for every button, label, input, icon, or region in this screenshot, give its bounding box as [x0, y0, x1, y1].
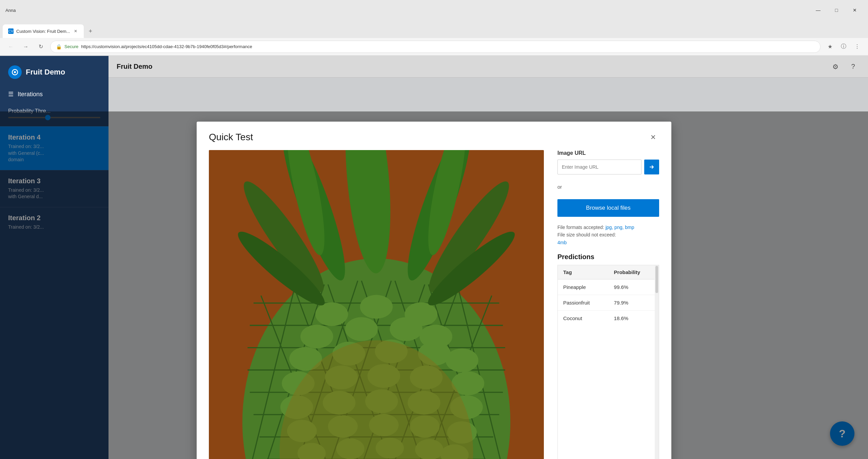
help-topbar-button[interactable]: ?	[846, 60, 860, 74]
minimize-button[interactable]: —	[810, 5, 826, 16]
browse-local-files-button[interactable]: Browse local files	[557, 199, 659, 217]
title-bar: Anna — □ ✕	[0, 0, 868, 20]
app-container: Fruit Demo ☰ Iterations Probability Thre…	[0, 56, 868, 459]
modal-title: Quick Test	[209, 132, 253, 143]
app-logo	[8, 65, 22, 79]
tag-column-header: Tag	[558, 265, 609, 279]
prediction-row-coconut: Coconut 18.6%	[558, 311, 659, 326]
window-controls: — □ ✕	[810, 5, 863, 16]
more-button[interactable]: ⋮	[852, 41, 863, 52]
modal-header: Quick Test ✕	[197, 122, 671, 150]
image-preview-area	[209, 150, 544, 459]
svg-point-40	[446, 349, 478, 372]
prediction-tag-passionfruit: Passionfruit	[558, 295, 609, 311]
close-button[interactable]: ✕	[847, 5, 863, 16]
image-url-input[interactable]	[557, 160, 642, 174]
image-url-section: Image URL	[557, 150, 659, 174]
image-url-label: Image URL	[557, 150, 659, 156]
address-actions: ★ ⓘ ⋮	[825, 41, 863, 52]
settings-button[interactable]: ⚙	[829, 60, 842, 74]
prediction-tag-coconut: Coconut	[558, 311, 609, 326]
pineapple-image	[209, 150, 544, 459]
app-title: Fruit Demo	[26, 68, 65, 77]
prediction-row-passionfruit: Passionfruit 79.9%	[558, 295, 659, 311]
prediction-tag-pineapple: Pineapple	[558, 279, 609, 295]
app-topbar: Fruit Demo ⚙ ?	[108, 56, 868, 78]
secure-label: Secure	[64, 44, 78, 49]
prediction-prob-passionfruit: 79.9%	[609, 295, 659, 311]
file-formats-text: File formats accepted:	[557, 225, 604, 230]
prediction-prob-pineapple: 99.6%	[609, 279, 659, 295]
modal-overlay[interactable]: Quick Test ✕	[0, 111, 868, 459]
sidebar-header: Fruit Demo	[0, 61, 108, 83]
tab-bar: CV Custom Vision: Fruit Dem... ✕ +	[0, 20, 868, 38]
predictions-label: Predictions	[557, 253, 659, 261]
address-bar: ← → ↻ 🔒 Secure https://customvision.ai/p…	[0, 38, 868, 56]
right-panel: Image URL or Browse local files	[557, 150, 659, 459]
quick-test-modal: Quick Test ✕	[197, 122, 671, 459]
app-topbar-title: Fruit Demo	[117, 63, 153, 70]
tab-favicon: CV	[8, 28, 14, 34]
file-format-jpg[interactable]: jpg,	[606, 225, 613, 230]
go-button[interactable]	[644, 160, 659, 174]
prediction-prob-coconut: 18.6%	[609, 311, 659, 326]
scroll-thumb	[655, 266, 658, 293]
predictions-section: Predictions Tag Probability	[557, 253, 659, 459]
svg-point-33	[345, 317, 378, 341]
new-tab-button[interactable]: +	[85, 26, 96, 37]
modal-close-button[interactable]: ✕	[647, 131, 659, 143]
svg-point-34	[390, 317, 423, 341]
file-format-bmp[interactable]: bmp	[625, 225, 634, 230]
topbar-actions: ⚙ ?	[829, 60, 860, 74]
url-input-row	[557, 160, 659, 174]
iterations-label: Iterations	[18, 91, 43, 98]
maximize-button[interactable]: □	[829, 5, 844, 16]
svg-point-29	[315, 302, 348, 326]
file-size-value[interactable]: 4mb	[557, 240, 567, 245]
sidebar-item-iterations[interactable]: ☰ Iterations	[0, 86, 108, 103]
svg-point-1	[14, 71, 16, 73]
forward-button[interactable]: →	[20, 41, 31, 52]
or-divider: or	[557, 184, 659, 190]
probability-column-header: Probability	[609, 265, 659, 279]
file-format-png[interactable]: png,	[614, 225, 624, 230]
svg-point-32	[300, 325, 333, 348]
iterations-icon: ☰	[8, 90, 14, 98]
url-text: https://customvision.ai/projects/ec4105d…	[81, 44, 252, 49]
secure-icon: 🔒	[56, 44, 62, 49]
favorites-button[interactable]: ★	[825, 41, 835, 52]
username-display: Anna	[5, 8, 16, 13]
prediction-row-pineapple: Pineapple 99.6%	[558, 279, 659, 295]
modal-body: Image URL or Browse local files	[197, 150, 671, 459]
back-button[interactable]: ←	[5, 41, 16, 52]
predictions-table: Tag Probability Pineapple 99.6%	[558, 265, 659, 326]
url-bar[interactable]: 🔒 Secure https://customvision.ai/project…	[50, 41, 821, 53]
refresh-button[interactable]: ↻	[35, 41, 46, 52]
predictions-table-wrapper: Tag Probability Pineapple 99.6%	[557, 265, 659, 459]
active-tab[interactable]: CV Custom Vision: Fruit Dem... ✕	[3, 24, 84, 38]
predictions-scrollbar[interactable]	[655, 265, 659, 459]
file-size-text: File size should not exceed:	[557, 232, 616, 237]
svg-point-30	[360, 295, 393, 318]
info-button[interactable]: ⓘ	[838, 41, 849, 52]
file-info: File formats accepted: jpg, png, bmp Fil…	[557, 224, 659, 246]
tab-title: Custom Vision: Fruit Dem...	[16, 29, 70, 34]
tab-close-button[interactable]: ✕	[73, 28, 78, 34]
